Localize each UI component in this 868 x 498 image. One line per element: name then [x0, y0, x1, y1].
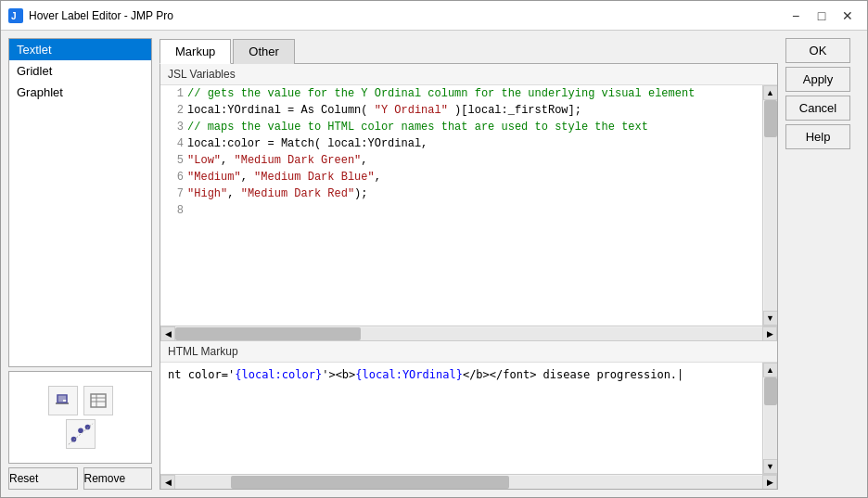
- jsl-section-label: JSL Variables: [160, 64, 777, 85]
- html-hscroll-right[interactable]: ▶: [762, 475, 777, 490]
- code-table: 1 // gets the value for the Y Ordinal co…: [160, 85, 762, 219]
- html-section: HTML Markup nt color='{local:color}'><b>…: [160, 340, 777, 489]
- table-row: 6 "Medium", "Medium Dark Blue",: [160, 169, 762, 185]
- code-line-content: // maps the value to HTML color names th…: [185, 119, 762, 135]
- main-content: Textlet Gridlet Graphlet: [1, 31, 867, 497]
- left-panel: Textlet Gridlet Graphlet: [8, 38, 152, 490]
- left-buttons: Reset Remove: [8, 467, 152, 490]
- help-button[interactable]: Help: [785, 124, 850, 149]
- table-row: 4 local:color = Match( local:YOrdinal,: [160, 135, 762, 152]
- title-controls: − □ ✕: [784, 6, 860, 26]
- icon-edit[interactable]: [48, 386, 78, 415]
- svg-rect-8: [91, 394, 106, 407]
- table-row: 1 // gets the value for the Y Ordinal co…: [160, 85, 762, 102]
- jsl-vscroll-down[interactable]: ▼: [763, 311, 778, 326]
- tab-markup[interactable]: Markup: [160, 39, 231, 64]
- code-line-content: local:YOrdinal = As Column( "Y Ordinal" …: [185, 102, 762, 119]
- line-number: 4: [160, 135, 185, 152]
- line-number: 2: [160, 102, 185, 119]
- jsl-hscroll: ◀ ▶: [160, 326, 777, 340]
- maximize-button[interactable]: □: [810, 6, 834, 26]
- code-line-content: // gets the value for the Y Ordinal colu…: [185, 85, 762, 102]
- sidebar-item-gridlet[interactable]: Gridlet: [9, 60, 151, 82]
- action-buttons: OK Apply Cancel Help: [785, 38, 860, 490]
- sidebar-list: Textlet Gridlet Graphlet: [8, 38, 152, 367]
- sidebar-item-textlet[interactable]: Textlet: [9, 39, 151, 60]
- jsl-hscroll-thumb[interactable]: [175, 327, 361, 340]
- tabs: Markup Other: [160, 38, 778, 64]
- line-number: 3: [160, 119, 185, 135]
- html-vscroll-track[interactable]: [764, 377, 777, 459]
- icon-scatter[interactable]: [66, 419, 96, 449]
- icon-row-1: [48, 386, 113, 415]
- apply-button[interactable]: Apply: [785, 67, 850, 92]
- minimize-button[interactable]: −: [784, 6, 808, 26]
- icon-table[interactable]: [83, 386, 113, 415]
- icon-area: [8, 371, 152, 464]
- app-icon: J: [8, 8, 23, 23]
- code-line-content: local:color = Match( local:YOrdinal,: [185, 135, 762, 152]
- jsl-hscroll-left[interactable]: ◀: [160, 326, 175, 341]
- jsl-code-scroll[interactable]: 1 // gets the value for the Y Ordinal co…: [160, 85, 762, 326]
- main-window: J Hover Label Editor - JMP Pro − □ ✕ Tex…: [0, 0, 868, 498]
- html-inner: nt color='{local:color}'><b>{local:YOrdi…: [160, 363, 777, 474]
- html-vscroll-up[interactable]: ▲: [763, 363, 778, 377]
- html-markup-content[interactable]: nt color='{local:color}'><b>{local:YOrdi…: [160, 363, 762, 474]
- tab-content: JSL Variables 1 // gets the value for th…: [160, 64, 778, 490]
- jsl-vscroll-thumb[interactable]: [764, 100, 777, 137]
- table-icon: [89, 391, 108, 410]
- code-line-content: "Low", "Medium Dark Green",: [185, 152, 762, 169]
- table-row: 5 "Low", "Medium Dark Green",: [160, 152, 762, 169]
- svg-text:J: J: [11, 11, 17, 21]
- line-number: 8: [160, 202, 185, 219]
- html-hscroll: ◀ ▶: [160, 474, 777, 489]
- line-number: 1: [160, 85, 185, 102]
- ok-button[interactable]: OK: [785, 38, 850, 63]
- html-vscroll-thumb[interactable]: [764, 377, 777, 405]
- close-button[interactable]: ✕: [836, 6, 860, 26]
- line-number: 7: [160, 185, 185, 202]
- icon-row-2: [66, 419, 96, 449]
- jsl-vscroll: ▲ ▼: [762, 85, 777, 326]
- scatter-icon: [67, 421, 95, 447]
- table-row: 2 local:YOrdinal = As Column( "Y Ordinal…: [160, 102, 762, 119]
- window-title: Hover Label Editor - JMP Pro: [29, 9, 173, 22]
- remove-button[interactable]: Remove: [83, 467, 153, 490]
- line-number: 5: [160, 152, 185, 169]
- html-vscroll-down[interactable]: ▼: [763, 459, 778, 474]
- code-line-content: "High", "Medium Dark Red");: [185, 185, 762, 202]
- html-section-label: HTML Markup: [160, 341, 777, 363]
- jsl-code-container: 1 // gets the value for the Y Ordinal co…: [160, 85, 777, 340]
- html-hscroll-thumb[interactable]: [231, 476, 509, 489]
- svg-point-14: [84, 425, 90, 430]
- code-line-content: [185, 202, 762, 219]
- right-panel: Markup Other JSL Variables 1 // gets the…: [160, 38, 778, 490]
- table-row: 3 // maps the value to HTML color names …: [160, 119, 762, 135]
- jsl-code-inner: 1 // gets the value for the Y Ordinal co…: [160, 85, 777, 326]
- html-hscroll-left[interactable]: ◀: [160, 475, 175, 490]
- sidebar-item-graphlet[interactable]: Graphlet: [9, 82, 151, 103]
- html-hscroll-track[interactable]: [175, 476, 762, 489]
- table-row: 7 "High", "Medium Dark Red");: [160, 185, 762, 202]
- table-row: 8: [160, 202, 762, 219]
- jsl-vscroll-track[interactable]: [764, 100, 777, 311]
- jsl-hscroll-right[interactable]: ▶: [762, 326, 777, 341]
- edit-icon: [54, 391, 72, 410]
- jsl-vscroll-up[interactable]: ▲: [763, 85, 778, 100]
- tab-other[interactable]: Other: [233, 39, 295, 64]
- title-bar: J Hover Label Editor - JMP Pro − □ ✕: [1, 1, 867, 31]
- cancel-button[interactable]: Cancel: [785, 96, 850, 121]
- line-number: 6: [160, 169, 185, 185]
- code-line-content: "Medium", "Medium Dark Blue",: [185, 169, 762, 185]
- html-vscroll: ▲ ▼: [762, 363, 777, 474]
- reset-button[interactable]: Reset: [8, 467, 78, 490]
- jsl-hscroll-track[interactable]: [175, 327, 762, 340]
- title-bar-left: J Hover Label Editor - JMP Pro: [8, 8, 173, 23]
